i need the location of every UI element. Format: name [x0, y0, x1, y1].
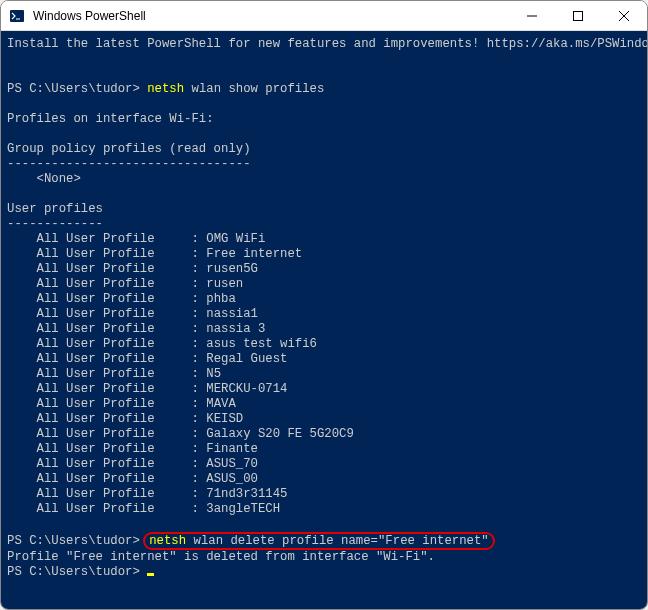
maximize-button[interactable]	[555, 1, 601, 30]
profile-label: All User Profile :	[7, 352, 206, 366]
profile-label: All User Profile :	[7, 427, 206, 441]
profile-name: MAVA	[206, 397, 236, 411]
profile-row: All User Profile : 71nd3r31145	[7, 487, 647, 502]
profile-label: All User Profile :	[7, 367, 206, 381]
profile-row: All User Profile : OMG WiFi	[7, 232, 647, 247]
user-profiles-header: User profiles	[7, 202, 647, 217]
profile-name: phba	[206, 292, 236, 306]
profile-name: rusen	[206, 277, 243, 291]
profile-label: All User Profile :	[7, 487, 206, 501]
profile-row: All User Profile : ASUS_00	[7, 472, 647, 487]
highlighted-command: netsh wlan delete profile name="Free int…	[143, 532, 494, 550]
profile-name: nassia 3	[206, 322, 265, 336]
profile-row: All User Profile : nassia 3	[7, 322, 647, 337]
profile-row: All User Profile : rusen5G	[7, 262, 647, 277]
profile-name: Finante	[206, 442, 258, 456]
close-button[interactable]	[601, 1, 647, 30]
profile-row: All User Profile : asus test wifi6	[7, 337, 647, 352]
profile-row: All User Profile : Regal Guest	[7, 352, 647, 367]
window-title: Windows PowerShell	[33, 9, 509, 23]
profile-name: ASUS_00	[206, 472, 258, 486]
profile-row: All User Profile : Galaxy S20 FE 5G20C9	[7, 427, 647, 442]
profile-label: All User Profile :	[7, 337, 206, 351]
dashes: ---------------------------------	[7, 157, 647, 172]
terminal-output[interactable]: Install the latest PowerShell for new fe…	[1, 31, 647, 609]
profile-name: OMG WiFi	[206, 232, 265, 246]
profile-label: All User Profile :	[7, 472, 206, 486]
titlebar[interactable]: Windows PowerShell	[1, 1, 647, 31]
prompt-line-3: PS C:\Users\tudor>	[7, 565, 647, 580]
profile-label: All User Profile :	[7, 442, 206, 456]
profile-name: 3angleTECH	[206, 502, 280, 516]
profile-name: Regal Guest	[206, 352, 287, 366]
command-rest: wlan delete profile name="Free internet"	[186, 534, 489, 548]
profile-label: All User Profile :	[7, 412, 206, 426]
profile-row: All User Profile : MAVA	[7, 397, 647, 412]
profile-row: All User Profile : 3angleTECH	[7, 502, 647, 517]
profile-row: All User Profile : KEISD	[7, 412, 647, 427]
prompt-path: PS C:\Users\tudor>	[7, 565, 147, 579]
profile-name: ASUS_70	[206, 457, 258, 471]
profile-row: All User Profile : Finante	[7, 442, 647, 457]
prompt-path: PS C:\Users\tudor>	[7, 534, 147, 548]
profile-list: All User Profile : OMG WiFi All User Pro…	[7, 232, 647, 517]
delete-result: Profile "Free internet" is deleted from …	[7, 550, 647, 565]
profile-label: All User Profile :	[7, 307, 206, 321]
dashes: -------------	[7, 217, 647, 232]
profile-label: All User Profile :	[7, 262, 206, 276]
profile-name: 71nd3r31145	[206, 487, 287, 501]
profile-name: asus test wifi6	[206, 337, 317, 351]
profile-row: All User Profile : rusen	[7, 277, 647, 292]
interface-header: Profiles on interface Wi-Fi:	[7, 112, 647, 127]
group-none: <None>	[7, 172, 647, 187]
command-rest: wlan show profiles	[184, 82, 324, 96]
window-controls	[509, 1, 647, 30]
profile-name: MERCKU-0714	[206, 382, 287, 396]
profile-label: All User Profile :	[7, 247, 206, 261]
profile-label: All User Profile :	[7, 232, 206, 246]
profile-label: All User Profile :	[7, 292, 206, 306]
install-message: Install the latest PowerShell for new fe…	[7, 37, 647, 52]
powershell-window: Windows PowerShell Install the latest Po…	[0, 0, 648, 610]
profile-row: All User Profile : phba	[7, 292, 647, 307]
prompt-path: PS C:\Users\tudor>	[7, 82, 147, 96]
command-highlighted: netsh	[147, 82, 184, 96]
profile-row: All User Profile : ASUS_70	[7, 457, 647, 472]
prompt-line-2: PS C:\Users\tudor> netsh wlan delete pro…	[7, 532, 647, 550]
profile-row: All User Profile : N5	[7, 367, 647, 382]
profile-label: All User Profile :	[7, 502, 206, 516]
svg-rect-0	[10, 10, 24, 22]
profile-name: N5	[206, 367, 221, 381]
profile-name: Galaxy S20 FE 5G20C9	[206, 427, 354, 441]
profile-name: Free internet	[206, 247, 302, 261]
prompt-line-1: PS C:\Users\tudor> netsh wlan show profi…	[7, 82, 647, 97]
profile-row: All User Profile : Free internet	[7, 247, 647, 262]
profile-label: All User Profile :	[7, 382, 206, 396]
command-highlighted: netsh	[149, 534, 186, 548]
profile-row: All User Profile : MERCKU-0714	[7, 382, 647, 397]
profile-label: All User Profile :	[7, 277, 206, 291]
cursor-icon	[147, 573, 154, 576]
profile-row: All User Profile : nassia1	[7, 307, 647, 322]
profile-name: rusen5G	[206, 262, 258, 276]
profile-label: All User Profile :	[7, 322, 206, 336]
profile-label: All User Profile :	[7, 457, 206, 471]
powershell-icon	[9, 8, 25, 24]
profile-name: KEISD	[206, 412, 243, 426]
group-policy-header: Group policy profiles (read only)	[7, 142, 647, 157]
profile-label: All User Profile :	[7, 397, 206, 411]
svg-rect-3	[574, 11, 583, 20]
minimize-button[interactable]	[509, 1, 555, 30]
profile-name: nassia1	[206, 307, 258, 321]
